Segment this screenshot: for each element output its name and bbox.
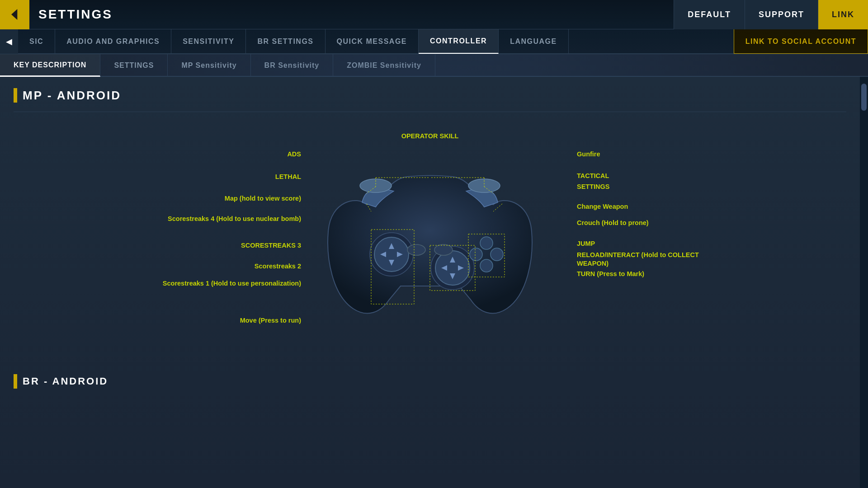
content-area: MP - ANDROID OPERATOR SKILL ADS LETHAL M…	[0, 77, 868, 488]
label-ss3: SCORESTREAKS 3	[129, 242, 301, 249]
section-title-2: BR - ANDROID	[14, 374, 846, 389]
tab-quick-message[interactable]: QUICK MESSAGE	[326, 29, 419, 54]
back-button[interactable]	[0, 0, 29, 29]
label-gunfire: Gunfire	[577, 150, 731, 158]
svg-point-20	[480, 259, 493, 272]
section-title: MP - ANDROID	[14, 88, 846, 103]
label-tactical: TACTICAL	[577, 172, 731, 179]
header: SETTINGS DEFAULT SUPPORT LINK	[0, 0, 868, 29]
label-settings-r: SETTINGS	[577, 183, 731, 190]
label-map: Map (hold to view score)	[129, 195, 301, 202]
nav-left-arrow[interactable]: ◀	[0, 29, 18, 54]
tab-sensitivity[interactable]: SENSITIVITY	[171, 29, 246, 54]
label-ads: ADS	[129, 150, 301, 158]
tab-br-settings[interactable]: BR SETTINGS	[246, 29, 325, 54]
svg-marker-0	[11, 9, 17, 20]
tab-controller[interactable]: CONTROLLER	[419, 29, 499, 54]
subtab-mp-sensitivity[interactable]: MP Sensitivity	[168, 54, 250, 77]
main-panel: MP - ANDROID OPERATOR SKILL ADS LETHAL M…	[0, 77, 860, 488]
sub-tabs: KEY DESCRIPTION SETTINGS MP Sensitivity …	[0, 54, 868, 77]
label-jump: JUMP	[577, 240, 731, 247]
tab-language[interactable]: LANGUAGE	[499, 29, 569, 54]
label-change-weapon: Change Weapon	[577, 203, 731, 210]
page-title: SETTINGS	[29, 7, 122, 22]
svg-point-19	[470, 248, 482, 261]
svg-point-15	[407, 244, 425, 255]
diagram-area: OPERATOR SKILL ADS LETHAL Map (hold to v…	[125, 128, 735, 363]
support-button[interactable]: SUPPORT	[745, 0, 818, 29]
controller-diagram: OPERATOR SKILL ADS LETHAL Map (hold to v…	[14, 121, 846, 370]
header-buttons: DEFAULT SUPPORT LINK	[674, 0, 868, 29]
label-turn: TURN (Press to Mark)	[577, 270, 731, 277]
label-operator-skill: OPERATOR SKILL	[401, 132, 459, 140]
nav-tabs: ◀ SIC AUDIO AND GRAPHICS SENSITIVITY BR …	[0, 29, 868, 54]
label-move: Move (Press to run)	[129, 317, 301, 324]
subtab-zombie-sensitivity[interactable]: ZOMBIE Sensitivity	[333, 54, 435, 77]
svg-point-17	[480, 237, 493, 249]
divider	[14, 112, 846, 112]
svg-point-10	[435, 251, 470, 285]
scrollbar[interactable]	[860, 77, 868, 488]
svg-point-16	[434, 244, 453, 255]
label-ss4: Scorestreaks 4 (Hold to use nuclear bomb…	[129, 215, 301, 223]
tab-basic[interactable]: SIC	[18, 29, 55, 54]
label-ss1: Scorestreaks 1 (Hold to use personalizat…	[129, 279, 301, 288]
controller-illustration	[321, 160, 538, 331]
label-ss2: Scorestreaks 2	[129, 263, 301, 270]
tab-link-social[interactable]: LINK TO SOCIAL ACCOUNT	[734, 29, 868, 54]
label-crouch: Crouch (Hold to prone)	[577, 219, 731, 226]
label-lethal: LETHAL	[129, 173, 301, 180]
tab-audio[interactable]: AUDIO AND GRAPHICS	[55, 29, 171, 54]
label-reload: RELOAD/INTERACT (Hold to COLLECT WEAPON)	[577, 251, 731, 268]
svg-point-4	[374, 237, 409, 272]
svg-point-18	[491, 248, 503, 261]
subtab-br-sensitivity[interactable]: BR Sensitivity	[251, 54, 334, 77]
scroll-thumb[interactable]	[861, 84, 867, 111]
subtab-settings[interactable]: SETTINGS	[100, 54, 168, 77]
default-button[interactable]: DEFAULT	[674, 0, 745, 29]
link-button[interactable]: LINK	[818, 0, 868, 29]
subtab-key-description[interactable]: KEY DESCRIPTION	[0, 54, 100, 77]
